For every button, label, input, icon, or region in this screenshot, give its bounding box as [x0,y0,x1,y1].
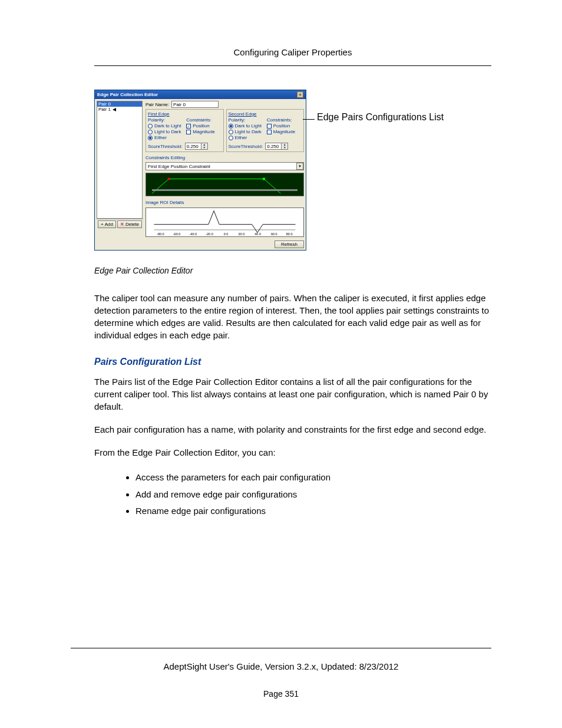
roi-label: Image ROI Details [146,200,304,205]
first-edge-position-check[interactable]: Position [186,123,221,129]
svg-text:-80.0: -80.0 [157,232,164,236]
first-edge-either[interactable]: Either [148,135,183,141]
page-number: Page 351 [71,689,491,699]
svg-text:0.0: 0.0 [224,232,229,236]
body-paragraph: Each pair configuration has a name, with… [94,423,491,436]
pair-list-label: Pair 1 [98,107,111,112]
second-edge-either[interactable]: Either [229,135,263,141]
pair-name-input[interactable] [171,101,219,108]
roi-graph: -80.0 -60.0 -40.0 -20.0 0.0 20.0 40.0 60… [146,207,304,237]
dialog-titlebar: Edge Pair Collection Editor × [95,90,306,99]
page-header: Configuring Caliper Properties [94,47,491,57]
list-item: Rename edge pair configurations [135,503,491,520]
first-score-spinner[interactable]: ▲▼ [185,143,208,150]
first-score-label: ScoreThreshold: [148,144,183,149]
add-button-label: Add [105,222,113,227]
x-icon: ✕ [120,222,124,227]
second-edge-light-to-dark[interactable]: Light to Dark [229,129,263,135]
pair-list-item-selected[interactable]: Pair 0 [97,101,142,107]
dropdown-value: First Edge Position Constraint [148,164,210,169]
section-heading: Pairs Configuration List [94,357,491,367]
svg-text:-40.0: -40.0 [190,232,197,236]
pair-name-label: Pair Name: [146,102,169,107]
header-rule [94,65,491,66]
second-edge-dark-to-light[interactable]: Dark to Light [229,123,263,129]
svg-text:-20.0: -20.0 [206,232,213,236]
close-icon[interactable]: × [297,91,303,98]
add-button[interactable]: + Add [98,220,116,228]
svg-rect-1 [263,178,265,180]
list-item: Add and remove edge pair configurations [135,486,491,503]
second-score-label: ScoreThreshold: [229,144,263,149]
pair-list[interactable]: Pair 0 Pair 1 [97,101,143,219]
body-paragraph: The caliper tool can measure any number … [94,292,491,341]
body-paragraph: The Pairs list of the Edge Pair Collecti… [94,375,491,413]
svg-text:80.0: 80.0 [286,232,293,236]
chevron-down-icon: ▼ [296,163,303,170]
footer-rule [71,648,491,648]
second-edge-polarity-label: Polarity: [229,117,263,123]
delete-button[interactable]: ✕ Delete [117,220,142,228]
edge-pair-dialog: Edge Pair Collection Editor × Pair 0 Pai… [94,90,306,251]
first-edge-dark-to-light[interactable]: Dark to Light [148,123,183,129]
body-paragraph: From the Edge Pair Collection Editor, yo… [94,446,491,459]
second-edge-group: Second Edge Polarity: Dark to Light Ligh… [226,109,304,152]
second-edge-title: Second Edge [229,111,263,117]
first-edge-magnitude-check[interactable]: Magnitude [186,129,221,135]
first-edge-light-to-dark[interactable]: Light to Dark [148,129,183,135]
delete-button-label: Delete [125,222,139,227]
bullet-list: Access the parameters for each pair conf… [94,469,491,520]
first-edge-group: First Edge Polarity: Dark to Light Light… [146,109,223,152]
constraint-graph [146,173,304,196]
svg-text:20.0: 20.0 [239,232,245,236]
svg-text:60.0: 60.0 [271,232,277,236]
figure-caption: Edge Pair Collection Editor [94,266,491,275]
second-edge-constraints-label: Constraints: [267,117,302,123]
pair-list-item[interactable]: Pair 1 [97,107,142,112]
second-score-spinner[interactable]: ▲▼ [265,143,288,150]
arrow-left-icon [113,108,116,111]
callout-label: Edge Pairs Configurations List [317,112,444,123]
first-edge-title: First Edge [148,111,183,117]
svg-text:-60.0: -60.0 [173,232,181,236]
constraints-editing-label: Constraints Editing [146,155,304,160]
first-edge-constraints-label: Constraints: [186,117,221,123]
footer-text: AdeptSight User's Guide, Version 3.2.x, … [71,661,491,671]
first-edge-polarity-label: Polarity: [148,117,183,123]
list-item: Access the parameters for each pair conf… [135,469,491,486]
plus-icon: + [101,222,104,227]
second-edge-magnitude-check[interactable]: Magnitude [267,129,302,135]
constraints-dropdown[interactable]: First Edge Position Constraint ▼ [146,162,304,170]
refresh-button[interactable]: Refresh [275,241,304,248]
svg-rect-0 [168,178,170,180]
second-edge-position-check[interactable]: Position [267,123,302,129]
dialog-title: Edge Pair Collection Editor [97,92,158,97]
svg-text:40.0: 40.0 [254,232,261,236]
